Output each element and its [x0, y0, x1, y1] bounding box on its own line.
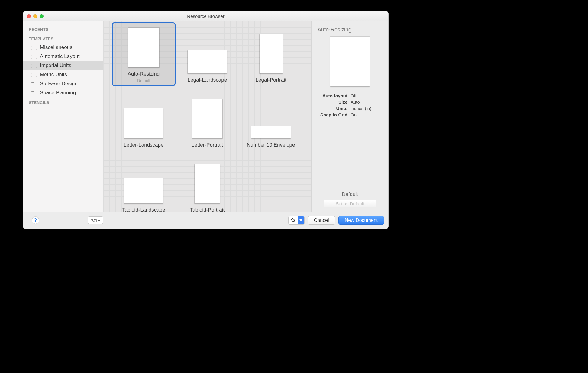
- sidebar-template-item[interactable]: Space Planning: [23, 88, 103, 97]
- info-property-row: Unitsinches (in): [316, 106, 384, 111]
- info-property-value: Auto: [351, 99, 360, 105]
- template-page-preview: [128, 28, 159, 67]
- info-property-name: Size: [316, 99, 347, 105]
- zoom-window-button[interactable]: [40, 14, 44, 18]
- template-thumb[interactable]: Auto-ResizingDefault: [112, 22, 176, 86]
- info-property-value: Off: [351, 93, 357, 98]
- sidebar-item-label: Miscellaneous: [40, 44, 73, 50]
- footer-toolbar: ? + Cancel New Document: [23, 212, 388, 229]
- folder-icon: [31, 73, 37, 77]
- sidebar-item-label: Automatic Layout: [40, 54, 79, 60]
- info-preview-thumbnail: [330, 37, 370, 86]
- new-document-button[interactable]: New Document: [338, 216, 384, 225]
- minimize-window-button[interactable]: [33, 14, 37, 18]
- info-panel: Auto-Resizing Auto-layoutOffSizeAutoUnit…: [311, 21, 388, 212]
- sidebar-item-label: Imperial Units: [40, 63, 71, 69]
- template-label: Legal-Landscape: [188, 77, 227, 83]
- window-title: Resource Browser: [187, 14, 224, 19]
- default-indicator-label: Default: [316, 191, 384, 197]
- template-page-preview: [195, 164, 220, 203]
- info-property-value: inches (in): [351, 106, 371, 111]
- info-property-name: Snap to Grid: [316, 112, 347, 117]
- template-gallery: Auto-ResizingDefaultLegal-LandscapeLegal…: [103, 21, 311, 212]
- sidebar-template-item[interactable]: Imperial Units: [23, 61, 103, 70]
- folder-icon: [31, 54, 37, 59]
- chevron-down-icon: [299, 219, 302, 221]
- info-property-value: On: [351, 112, 357, 117]
- folder-icon: [31, 63, 37, 68]
- template-page-preview: [124, 108, 163, 138]
- window-body: RECENTS TEMPLATES MiscellaneousAutomatic…: [23, 21, 388, 212]
- template-label: Legal-Portrait: [256, 77, 286, 83]
- close-window-button[interactable]: [27, 14, 31, 18]
- titlebar: Resource Browser: [23, 11, 388, 21]
- gear-icon: [290, 218, 296, 223]
- template-page-preview: [251, 126, 291, 138]
- sidebar-item-label: Software Design: [40, 81, 78, 87]
- template-page-preview: [188, 50, 227, 73]
- sidebar-template-item[interactable]: Miscellaneous: [23, 43, 103, 52]
- template-thumb[interactable]: Letter-Portrait: [176, 87, 239, 151]
- template-thumb[interactable]: Number 10 Envelope: [239, 87, 303, 151]
- sidebar: RECENTS TEMPLATES MiscellaneousAutomatic…: [23, 21, 103, 212]
- template-page-preview: [192, 99, 222, 138]
- info-property-name: Units: [316, 106, 347, 111]
- folder-icon: [31, 91, 37, 95]
- sidebar-item-label: Space Planning: [40, 90, 76, 96]
- sidebar-template-item[interactable]: Automatic Layout: [23, 52, 103, 61]
- template-label: Number 10 Envelope: [247, 142, 295, 148]
- info-title: Auto-Resizing: [318, 27, 384, 33]
- info-property-row: Auto-layoutOff: [316, 93, 384, 98]
- template-thumb[interactable]: Tabloid-Landscape: [112, 152, 176, 212]
- template-thumb[interactable]: Letter-Landscape: [112, 87, 176, 151]
- linked-folder-add-button[interactable]: +: [88, 216, 103, 224]
- template-thumb[interactable]: Legal-Portrait: [239, 22, 303, 86]
- sidebar-template-item[interactable]: Software Design: [23, 79, 103, 88]
- sidebar-heading-stencils[interactable]: STENCILS: [23, 97, 103, 107]
- info-property-name: Auto-layout: [316, 93, 347, 98]
- template-label: Auto-Resizing: [128, 71, 160, 77]
- linked-folder-icon: [91, 218, 97, 222]
- template-page-preview: [124, 178, 163, 203]
- resource-browser-window: Resource Browser RECENTS TEMPLATES Misce…: [23, 11, 389, 229]
- help-button[interactable]: ?: [32, 216, 39, 224]
- template-label: Letter-Landscape: [124, 142, 163, 148]
- sidebar-item-label: Metric Units: [40, 72, 67, 78]
- template-label: Tabloid-Portrait: [190, 207, 225, 212]
- info-property-row: SizeAuto: [316, 99, 384, 105]
- folder-icon: [31, 82, 37, 86]
- sidebar-heading-recents[interactable]: RECENTS: [23, 24, 103, 34]
- template-thumb[interactable]: Tabloid-Portrait: [176, 152, 239, 212]
- template-label: Letter-Portrait: [192, 142, 223, 148]
- cancel-button[interactable]: Cancel: [308, 216, 335, 225]
- set-as-default-button[interactable]: Set as Default: [324, 200, 376, 207]
- folder-icon: [31, 45, 37, 50]
- template-label: Tabloid-Landscape: [122, 207, 165, 212]
- sidebar-template-item[interactable]: Metric Units: [23, 70, 103, 79]
- svg-point-1: [92, 220, 95, 221]
- sidebar-heading-templates[interactable]: TEMPLATES: [23, 34, 103, 43]
- template-thumb[interactable]: Legal-Landscape: [176, 22, 239, 86]
- plus-icon: +: [98, 218, 101, 223]
- template-sublabel: Default: [137, 78, 150, 83]
- template-page-preview: [260, 34, 283, 73]
- action-menu-button[interactable]: [288, 216, 305, 225]
- window-controls: [27, 14, 44, 18]
- info-property-row: Snap to GridOn: [316, 112, 384, 117]
